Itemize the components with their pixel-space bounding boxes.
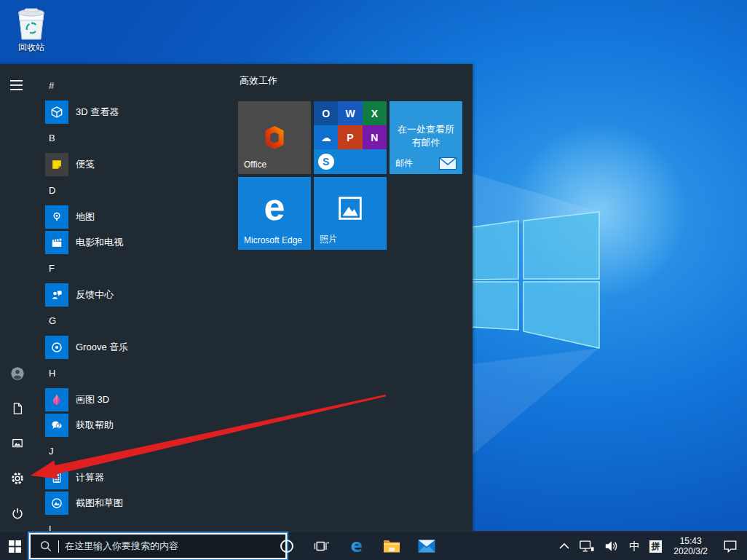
- paint3d-icon: [45, 388, 68, 411]
- tile-photos[interactable]: 照片: [314, 177, 387, 250]
- start-menu: #3D 查看器B便笺D地图电影和电视F反馈中心GGroove 音乐H画图 3D?…: [0, 64, 473, 531]
- mini-tile-powerpoint[interactable]: P: [338, 125, 362, 149]
- tile-group-title: 高效工作: [240, 74, 277, 87]
- mini-tile-skype[interactable]: S: [314, 149, 338, 173]
- start-button[interactable]: [0, 532, 29, 560]
- photos-icon: [335, 193, 365, 224]
- tile-office-apps-grid[interactable]: OWX☁PNS: [314, 101, 387, 174]
- svg-text:?: ?: [58, 422, 60, 427]
- search-input[interactable]: 在这里输入你要搜索的内容: [29, 533, 287, 559]
- mail-icon[interactable]: [409, 532, 444, 560]
- maps-icon: [45, 205, 68, 229]
- ime-mode-indicator[interactable]: 拼: [645, 532, 666, 560]
- file-explorer-icon[interactable]: [374, 532, 409, 560]
- gear-icon[interactable]: [9, 470, 26, 487]
- action-center-icon[interactable]: [715, 532, 747, 560]
- search-icon: [39, 540, 52, 553]
- feedback-icon: [45, 283, 68, 307]
- app-list-item-label: 反馈中心: [76, 288, 114, 301]
- app-list-item-label: 计算器: [76, 471, 104, 484]
- app-list-item-label: 地图: [76, 210, 95, 224]
- app-list-item-label: 3D 查看器: [76, 106, 119, 119]
- tile-edge-label: Microsoft Edge: [244, 235, 302, 245]
- app-list-item-label: 便笺: [76, 158, 95, 171]
- app-list-item[interactable]: 反馈中心: [45, 282, 229, 307]
- app-list-letter-header[interactable]: F: [45, 255, 229, 282]
- app-list-letter-header[interactable]: B: [45, 125, 229, 151]
- tile-mail-label: 邮件: [395, 157, 413, 170]
- app-list-item[interactable]: 计算器: [45, 465, 229, 490]
- app-list-letter-header[interactable]: G: [45, 307, 229, 334]
- taskbar-clock[interactable]: 15:43 2020/3/2: [666, 536, 715, 556]
- gethelp-icon: ?: [45, 414, 68, 437]
- text-caret: [58, 540, 59, 553]
- edge-icon[interactable]: e: [339, 532, 374, 560]
- app-list-item[interactable]: 电影和电视: [45, 229, 229, 255]
- groove-icon: [45, 336, 68, 359]
- app-list-item[interactable]: 便笺: [45, 151, 229, 177]
- clock-time: 15:43: [673, 536, 708, 546]
- tile-mail-promo: 在一处查看所有邮件: [395, 123, 456, 149]
- tile-photos-label: 照片: [320, 233, 337, 245]
- tile-office[interactable]: Office: [238, 101, 311, 174]
- recycle-bin-shortcut[interactable]: 回收站: [6, 6, 57, 54]
- office-logo-icon: [261, 124, 288, 151]
- system-tray: 中 拼 15:43 2020/3/2: [554, 532, 747, 560]
- volume-icon[interactable]: [599, 532, 624, 560]
- app-list-item[interactable]: ?获取帮助: [45, 412, 229, 438]
- mini-tile-word[interactable]: W: [338, 101, 362, 125]
- app-list-item-label: 电影和电视: [76, 236, 123, 249]
- app-list-letter-header[interactable]: L: [45, 516, 229, 531]
- network-icon[interactable]: [574, 532, 599, 560]
- sticky-icon: [45, 153, 68, 176]
- tile-microsoft-edge[interactable]: e Microsoft Edge: [238, 177, 311, 250]
- app-list-letter-header[interactable]: H: [45, 360, 229, 387]
- edge-logo-icon: e: [264, 185, 285, 229]
- viewer3d-icon: [45, 100, 68, 124]
- app-list-item-label: 截图和草图: [76, 497, 123, 510]
- pictures-icon[interactable]: [9, 435, 26, 452]
- document-icon[interactable]: [9, 400, 26, 417]
- app-list-letter-header[interactable]: D: [45, 177, 229, 204]
- recycle-bin-icon: [6, 6, 57, 41]
- mini-tile-onedrive[interactable]: ☁: [314, 125, 338, 149]
- user-icon[interactable]: [9, 365, 26, 382]
- app-list-item[interactable]: Groove 音乐: [45, 334, 229, 360]
- recycle-bin-label: 回收站: [6, 42, 57, 54]
- start-menu-rail: [0, 64, 35, 531]
- movies-icon: [45, 231, 68, 254]
- app-list-item-label: 画图 3D: [76, 393, 109, 406]
- start-menu-app-list: #3D 查看器B便笺D地图电影和电视F反馈中心GGroove 音乐H画图 3D?…: [45, 72, 229, 531]
- app-list-item[interactable]: 截图和草图: [45, 490, 229, 516]
- clock-date: 2020/3/2: [673, 546, 708, 556]
- mini-tile-excel[interactable]: X: [363, 101, 387, 125]
- task-view-icon[interactable]: [304, 532, 339, 560]
- windows-logo-icon: [9, 540, 21, 553]
- app-list-item-label: Groove 音乐: [76, 341, 128, 354]
- tile-office-label: Office: [244, 159, 266, 170]
- search-placeholder: 在这里输入你要搜索的内容: [65, 540, 178, 553]
- calculator-icon: [45, 466, 68, 489]
- tile-mail[interactable]: 在一处查看所有邮件 邮件: [390, 101, 462, 174]
- snip-icon: [45, 492, 68, 515]
- mini-tile-onenote[interactable]: N: [363, 125, 387, 149]
- desktop: 回收站 #3D 查看器B便笺D地图电影和电视F反馈中心GGroove 音乐: [0, 0, 747, 560]
- mini-tile-outlook[interactable]: O: [314, 101, 338, 125]
- app-list-item[interactable]: 3D 查看器: [45, 99, 229, 125]
- start-menu-tiles: 高效工作 Office OWX☁PNS 在一处查看所有邮: [238, 64, 465, 531]
- app-list-letter-header[interactable]: J: [45, 438, 229, 465]
- app-list-item-label: 获取帮助: [76, 419, 114, 432]
- app-list-item[interactable]: 画图 3D: [45, 387, 229, 412]
- hamburger-icon[interactable]: [9, 76, 26, 94]
- taskbar: 在这里输入你要搜索的内容 e: [0, 531, 747, 560]
- tray-chevron-up-icon[interactable]: [554, 532, 574, 560]
- app-list-letter-header[interactable]: #: [45, 72, 229, 99]
- cortana-icon[interactable]: [269, 532, 304, 560]
- app-list-item[interactable]: 地图: [45, 204, 229, 229]
- svg-text:e: e: [351, 537, 363, 556]
- ime-language-indicator[interactable]: 中: [624, 532, 645, 560]
- mail-envelope-icon: [439, 157, 456, 170]
- power-icon[interactable]: [9, 505, 26, 522]
